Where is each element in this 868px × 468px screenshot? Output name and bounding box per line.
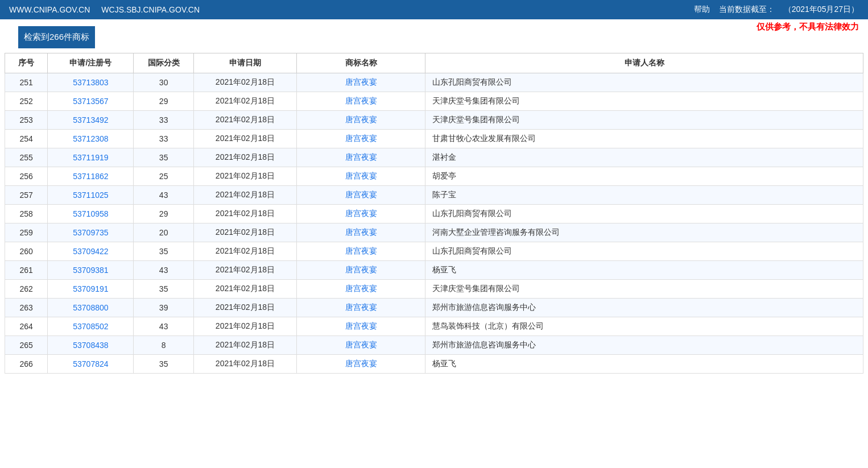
cell-seq: 260	[5, 242, 48, 261]
cell-applicant: 河南大墅企业管理咨询服务有限公司	[425, 223, 863, 242]
cell-date: 2021年02月18日	[193, 205, 296, 223]
cell-applicant: 天津庆堂号集团有限公司	[425, 92, 863, 111]
legal-notice: 仅供参考，不具有法律效力	[757, 19, 859, 32]
col-header-seq: 序号	[5, 53, 48, 73]
cell-date: 2021年02月18日	[193, 73, 296, 92]
cell-reg[interactable]: 53709422	[48, 242, 134, 261]
cell-trademark-name[interactable]: 唐宫夜宴	[297, 92, 425, 111]
cell-date: 2021年02月18日	[193, 111, 296, 130]
cell-date: 2021年02月18日	[193, 261, 296, 280]
cell-class: 33	[134, 130, 194, 148]
cell-reg[interactable]: 53713567	[48, 92, 134, 111]
table-row: 25353713492332021年02月18日唐宫夜宴天津庆堂号集团有限公司	[5, 111, 863, 130]
cell-reg[interactable]: 53713492	[48, 111, 134, 130]
col-header-date: 申请日期	[193, 53, 296, 73]
cell-seq: 262	[5, 280, 48, 299]
cell-class: 39	[134, 299, 194, 317]
cell-reg[interactable]: 53708502	[48, 317, 134, 336]
search-result-banner: 检索到266件商标	[18, 26, 95, 48]
cell-reg[interactable]: 53711919	[48, 148, 134, 167]
cell-applicant: 杨亚飞	[425, 355, 863, 374]
data-date: （2021年05月27日）	[784, 5, 859, 15]
cell-applicant: 杨亚飞	[425, 261, 863, 280]
cell-reg[interactable]: 53707824	[48, 355, 134, 374]
cell-trademark-name[interactable]: 唐宫夜宴	[297, 261, 425, 280]
table-row: 2655370843882021年02月18日唐宫夜宴郑州市旅游信息咨询服务中心	[5, 336, 863, 355]
cell-class: 30	[134, 73, 194, 92]
cell-seq: 263	[5, 299, 48, 317]
cell-date: 2021年02月18日	[193, 336, 296, 355]
cell-applicant: 湛衬金	[425, 148, 863, 167]
cell-date: 2021年02月18日	[193, 223, 296, 242]
cell-date: 2021年02月18日	[193, 299, 296, 317]
cell-class: 25	[134, 167, 194, 186]
table-row: 25953709735202021年02月18日唐宫夜宴河南大墅企业管理咨询服务…	[5, 223, 863, 242]
cell-reg[interactable]: 53709735	[48, 223, 134, 242]
table-row: 26653707824352021年02月18日唐宫夜宴杨亚飞	[5, 355, 863, 374]
cell-trademark-name[interactable]: 唐宫夜宴	[297, 186, 425, 205]
cell-class: 20	[134, 223, 194, 242]
cell-date: 2021年02月18日	[193, 167, 296, 186]
table-row: 26153709381432021年02月18日唐宫夜宴杨亚飞	[5, 261, 863, 280]
cell-date: 2021年02月18日	[193, 317, 296, 336]
table-row: 26453708502432021年02月18日唐宫夜宴慧鸟装饰科技（北京）有限…	[5, 317, 863, 336]
cell-reg[interactable]: 53711862	[48, 167, 134, 186]
cell-date: 2021年02月18日	[193, 280, 296, 299]
cell-reg[interactable]: 53709381	[48, 261, 134, 280]
cell-applicant: 甘肃甘牧心农业发展有限公司	[425, 130, 863, 148]
cell-applicant: 山东孔阳商贸有限公司	[425, 73, 863, 92]
cell-seq: 259	[5, 223, 48, 242]
cell-reg[interactable]: 53710958	[48, 205, 134, 223]
cell-reg[interactable]: 53708800	[48, 299, 134, 317]
cell-trademark-name[interactable]: 唐宫夜宴	[297, 317, 425, 336]
cell-date: 2021年02月18日	[193, 130, 296, 148]
cell-reg[interactable]: 53709191	[48, 280, 134, 299]
cell-trademark-name[interactable]: 唐宫夜宴	[297, 73, 425, 92]
help-link[interactable]: 帮助	[694, 5, 710, 15]
table-body: 25153713803302021年02月18日唐宫夜宴山东孔阳商贸有限公司25…	[5, 73, 863, 374]
cell-class: 8	[134, 336, 194, 355]
cell-trademark-name[interactable]: 唐宫夜宴	[297, 148, 425, 167]
cell-reg[interactable]: 53712308	[48, 130, 134, 148]
col-header-class: 国际分类	[134, 53, 194, 73]
table-row: 26053709422352021年02月18日唐宫夜宴山东孔阳商贸有限公司	[5, 242, 863, 261]
cell-class: 43	[134, 261, 194, 280]
cell-class: 29	[134, 92, 194, 111]
link-cnipa[interactable]: WWW.CNIPA.GOV.CN	[9, 5, 90, 14]
cell-trademark-name[interactable]: 唐宫夜宴	[297, 130, 425, 148]
cell-applicant: 天津庆堂号集团有限公司	[425, 111, 863, 130]
cell-trademark-name[interactable]: 唐宫夜宴	[297, 167, 425, 186]
cell-class: 43	[134, 186, 194, 205]
cell-applicant: 胡爱亭	[425, 167, 863, 186]
cell-reg[interactable]: 53708438	[48, 336, 134, 355]
table-row: 25553711919352021年02月18日唐宫夜宴湛衬金	[5, 148, 863, 167]
cell-trademark-name[interactable]: 唐宫夜宴	[297, 336, 425, 355]
cell-trademark-name[interactable]: 唐宫夜宴	[297, 223, 425, 242]
cell-trademark-name[interactable]: 唐宫夜宴	[297, 280, 425, 299]
cell-seq: 254	[5, 130, 48, 148]
table-header-row: 序号 申请/注册号 国际分类 申请日期 商标名称 申请人名称	[5, 53, 863, 73]
cell-seq: 265	[5, 336, 48, 355]
cell-applicant: 郑州市旅游信息咨询服务中心	[425, 299, 863, 317]
table-row: 26353708800392021年02月18日唐宫夜宴郑州市旅游信息咨询服务中…	[5, 299, 863, 317]
cell-class: 35	[134, 280, 194, 299]
cell-trademark-name[interactable]: 唐宫夜宴	[297, 355, 425, 374]
cell-applicant: 慧鸟装饰科技（北京）有限公司	[425, 317, 863, 336]
cell-seq: 255	[5, 148, 48, 167]
cell-reg[interactable]: 53713803	[48, 73, 134, 92]
cell-date: 2021年02月18日	[193, 186, 296, 205]
cell-reg[interactable]: 53711025	[48, 186, 134, 205]
cell-seq: 253	[5, 111, 48, 130]
cell-applicant: 天津庆堂号集团有限公司	[425, 280, 863, 299]
cell-trademark-name[interactable]: 唐宫夜宴	[297, 111, 425, 130]
cell-seq: 261	[5, 261, 48, 280]
cell-trademark-name[interactable]: 唐宫夜宴	[297, 242, 425, 261]
cell-trademark-name[interactable]: 唐宫夜宴	[297, 205, 425, 223]
col-header-name: 商标名称	[297, 53, 425, 73]
cell-class: 29	[134, 205, 194, 223]
cell-trademark-name[interactable]: 唐宫夜宴	[297, 299, 425, 317]
link-wcjs[interactable]: WCJS.SBJ.CNIPA.GOV.CN	[101, 5, 200, 14]
data-date-label: 当前数据截至：	[719, 5, 775, 15]
col-header-reg: 申请/注册号	[48, 53, 134, 73]
cell-seq: 251	[5, 73, 48, 92]
